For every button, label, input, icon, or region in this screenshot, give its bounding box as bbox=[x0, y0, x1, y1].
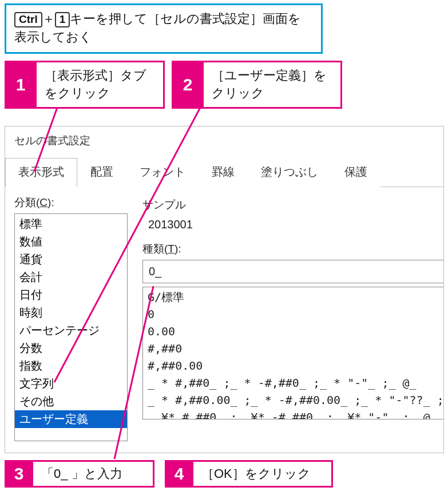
step-3: 3 「0_ 」と入力 bbox=[5, 460, 154, 488]
step-1-number: 1 bbox=[5, 61, 37, 109]
type-input[interactable] bbox=[142, 260, 444, 283]
category-item[interactable]: 標準 bbox=[15, 215, 127, 233]
category-item[interactable]: ユーザー定義 bbox=[15, 410, 127, 428]
step-4-number: 4 bbox=[165, 460, 193, 488]
sample-value: 2013001 bbox=[142, 212, 444, 239]
format-cells-dialog: セルの書式設定 表示形式配置フォント罫線塗りつぶし保護 分類(C): 標準数値通… bbox=[5, 126, 444, 453]
category-item[interactable]: パーセンテージ bbox=[15, 322, 127, 339]
step-4-text: ［OK］をクリック bbox=[193, 460, 333, 488]
category-label: 分類(C): bbox=[14, 195, 128, 210]
format-item[interactable]: G/標準 bbox=[148, 288, 444, 306]
category-listbox[interactable]: 標準数値通貨会計日付時刻パーセンテージ分数指数文字列その他ユーザー定義 bbox=[14, 213, 128, 441]
category-item[interactable]: 分数 bbox=[15, 339, 127, 357]
kbd-ctrl: Ctrl bbox=[14, 12, 42, 27]
type-label: 種類(T): bbox=[142, 241, 444, 256]
format-item[interactable]: 0 bbox=[148, 306, 444, 323]
tab-5[interactable]: 保護 bbox=[331, 158, 380, 187]
category-item[interactable]: 日付 bbox=[15, 286, 127, 304]
format-item[interactable]: 0.00 bbox=[148, 323, 444, 340]
category-item[interactable]: 指数 bbox=[15, 357, 127, 375]
category-item[interactable]: 会計 bbox=[15, 268, 127, 286]
step-3-number: 3 bbox=[5, 460, 33, 488]
step-2-number: 2 bbox=[172, 61, 204, 109]
tab-3[interactable]: 罫線 bbox=[199, 158, 248, 187]
step-2: 2 ［ユーザー定義］をクリック bbox=[172, 61, 342, 109]
category-item[interactable]: 通貨 bbox=[15, 251, 127, 268]
format-item[interactable]: _ * #,##0.00_ ;_ * -#,##0.00_ ;_ * "-"??… bbox=[148, 391, 444, 409]
sample-label: サンプル bbox=[142, 197, 444, 212]
tab-1[interactable]: 配置 bbox=[77, 158, 126, 187]
category-item[interactable]: 文字列 bbox=[15, 375, 127, 393]
kbd-1: 1 bbox=[55, 12, 70, 27]
format-listbox[interactable]: G/標準00.00#,##0#,##0.00_ * #,##0_ ;_ * -#… bbox=[142, 287, 444, 419]
tab-0[interactable]: 表示形式 bbox=[5, 158, 77, 187]
step-3-text: 「0_ 」と入力 bbox=[33, 460, 154, 488]
format-item[interactable]: _ ¥* #,##0_ ;_ ¥* -#,##0_ ;_ ¥* "-"_ ;_ … bbox=[148, 409, 444, 419]
step-1-text: ［表示形式］タブをクリック bbox=[37, 61, 165, 109]
category-item[interactable]: 数値 bbox=[15, 233, 127, 251]
step-1: 1 ［表示形式］タブをクリック bbox=[5, 61, 165, 109]
step-4: 4 ［OK］をクリック bbox=[165, 460, 333, 488]
tab-4[interactable]: 塗りつぶし bbox=[248, 158, 331, 187]
format-item[interactable]: _ * #,##0_ ;_ * -#,##0_ ;_ * "-"_ ;_ @_ bbox=[148, 374, 444, 391]
tab-2[interactable]: フォント bbox=[126, 158, 199, 187]
plus-text: ＋ bbox=[42, 11, 55, 26]
format-item[interactable]: #,##0.00 bbox=[148, 357, 444, 374]
format-item[interactable]: #,##0 bbox=[148, 340, 444, 357]
category-item[interactable]: 時刻 bbox=[15, 304, 127, 322]
instruction-callout: Ctrl＋1キーを押して［セルの書式設定］画面を表示しておく bbox=[5, 3, 323, 54]
category-item[interactable]: その他 bbox=[15, 393, 127, 410]
dialog-title: セルの書式設定 bbox=[5, 126, 443, 153]
step-2-text: ［ユーザー定義］をクリック bbox=[204, 61, 342, 109]
dialog-tabs: 表示形式配置フォント罫線塗りつぶし保護 bbox=[5, 157, 443, 187]
